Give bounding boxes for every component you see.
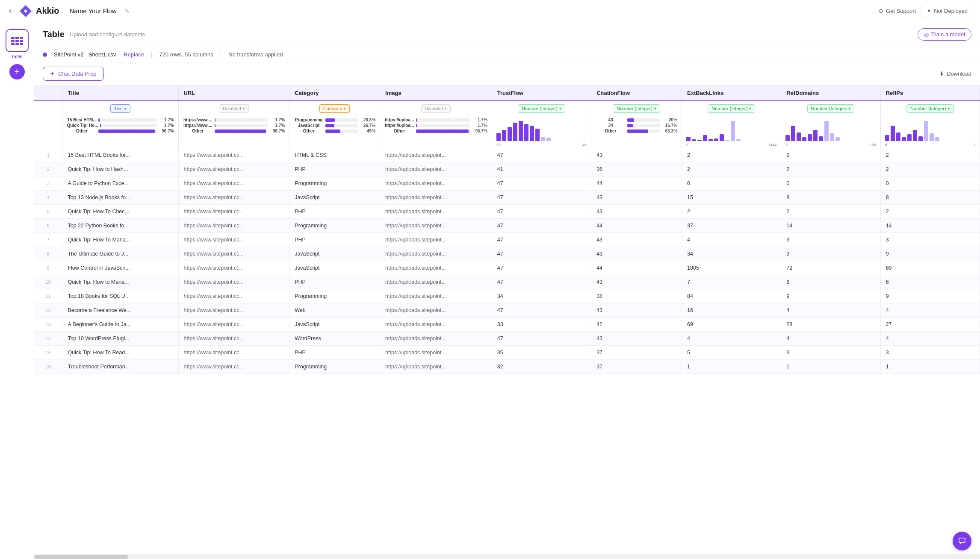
- col-header-url: URL: [178, 85, 289, 101]
- cell-refdomains: 4: [781, 303, 880, 318]
- cell-category: Web: [289, 303, 380, 318]
- table-row: 3 A Guide to Python Exce... https://www.…: [34, 177, 980, 191]
- cell-category: JavaScript: [289, 261, 380, 275]
- not-deployed-button[interactable]: ✦ Not Deployed: [921, 5, 973, 17]
- col-header-refdomains: RefDomains: [781, 85, 880, 101]
- sidebar-item-table[interactable]: Table: [6, 29, 29, 59]
- cell-refips: 9: [880, 247, 980, 261]
- type-badge-image[interactable]: Disabled ▾: [421, 104, 451, 113]
- cell-citationflow: 36: [591, 162, 682, 177]
- cell-extbacklinks: 4: [682, 332, 781, 346]
- content-header: Table Upload and configure datasets ◎ Tr…: [34, 22, 980, 47]
- cell-refdomains: 6: [781, 275, 880, 289]
- rows-cols: 720 rows, 55 columns: [159, 51, 213, 58]
- type-badge-title[interactable]: Text ▾: [110, 104, 130, 113]
- cell-image: https://uploads.sitepoint...: [380, 346, 492, 360]
- cell-title: The Ultimate Guide to J...: [62, 247, 178, 261]
- cell-refdomains: 9: [781, 247, 880, 261]
- type-badge-trustflow[interactable]: Number (Integer) ▾: [518, 104, 565, 113]
- cell-trustflow: 47: [492, 275, 591, 289]
- summary-row: 15 Best HTM...1.7% Quick Tip: Ho...1.7% …: [34, 115, 980, 148]
- data-table: Title URL Category Image TrustFlow Citat…: [34, 85, 980, 374]
- cell-citationflow: 37: [591, 360, 682, 374]
- row-number: 5: [34, 205, 62, 219]
- image-summary-chart: https://uploa...1.7% https://uploa...1.7…: [384, 118, 487, 148]
- cell-title: Quick Tip: How To Read...: [62, 346, 178, 360]
- row-number: 13: [34, 318, 62, 332]
- cell-extbacklinks: 69: [682, 318, 781, 332]
- cell-url: https://www.sitepoint.cc...: [178, 205, 289, 219]
- cell-url: https://www.sitepoint.cc...: [178, 191, 289, 205]
- cell-extbacklinks: 2: [682, 148, 781, 162]
- cell-url: https://www.sitepoint.cc...: [178, 247, 289, 261]
- cell-image: https://uploads.sitepoint...: [380, 191, 492, 205]
- add-block-button[interactable]: +: [9, 64, 25, 79]
- cell-category: JavaScript: [289, 191, 380, 205]
- back-button[interactable]: [7, 8, 14, 15]
- cell-citationflow: 44: [591, 177, 682, 191]
- cell-extbacklinks: 16: [682, 303, 781, 318]
- replace-link[interactable]: Replace: [124, 51, 144, 58]
- train-model-button[interactable]: ◎ Train a model: [918, 28, 971, 41]
- type-badge-category[interactable]: Category ▾: [319, 104, 350, 113]
- table-row: 1 15 Best HTML Books for... https://www.…: [34, 148, 980, 162]
- cell-trustflow: 47: [492, 247, 591, 261]
- category-summary-chart: Programming28.3% JavaScript26.7% Other45…: [294, 118, 375, 148]
- table-row: 15 Quick Tip: How To Read... https://www…: [34, 346, 980, 360]
- download-button[interactable]: ⬇ Download: [939, 71, 971, 77]
- cell-url: https://www.sitepoint.cc...: [178, 233, 289, 247]
- cell-title: A Guide to Python Exce...: [62, 177, 178, 191]
- logo-icon: [19, 4, 32, 18]
- cell-refdomains: 8: [781, 191, 880, 205]
- sparkle-icon: ✦: [50, 71, 55, 77]
- chat-data-prep-button[interactable]: ✦ Chat Data Prep: [43, 67, 104, 81]
- col-header-category: Category: [289, 85, 380, 101]
- type-badge-citationflow[interactable]: Number (Integer) ▾: [613, 104, 660, 113]
- logo-text: Akkio: [36, 6, 59, 16]
- cell-citationflow: 43: [591, 332, 682, 346]
- row-number: 14: [34, 332, 62, 346]
- cell-title: Top 22 Python Books fo...: [62, 219, 178, 233]
- cell-image: https://uploads.sitepoint...: [380, 177, 492, 191]
- row-number: 2: [34, 162, 62, 177]
- cell-trustflow: 47: [492, 332, 591, 346]
- cell-refdomains: 3: [781, 346, 880, 360]
- support-icon: ⊙: [879, 8, 883, 14]
- horizontal-scrollbar[interactable]: [34, 554, 980, 559]
- row-number: 16: [34, 360, 62, 374]
- cell-refdomains: 28: [781, 318, 880, 332]
- chat-bubble-button[interactable]: [953, 532, 971, 550]
- cell-extbacklinks: 7: [682, 275, 781, 289]
- row-number: 15: [34, 346, 62, 360]
- row-number: 8: [34, 247, 62, 261]
- cell-refips: 14: [880, 219, 980, 233]
- cell-trustflow: 47: [492, 233, 591, 247]
- type-badge-extbacklinks[interactable]: Number (Integer) ▾: [708, 104, 755, 113]
- edit-icon[interactable]: ✎: [124, 8, 130, 15]
- cell-refips: 3: [880, 233, 980, 247]
- cell-refips: 69: [880, 261, 980, 275]
- type-badge-refdomains[interactable]: Number (Integer) ▾: [807, 104, 855, 113]
- cell-trustflow: 47: [492, 219, 591, 233]
- cell-citationflow: 37: [591, 346, 682, 360]
- cell-extbacklinks: 34: [682, 247, 781, 261]
- table-row: 16 Troubleshoot Performan... https://www…: [34, 360, 980, 374]
- table-row: 10 Quick Tip: How to Mana... https://www…: [34, 275, 980, 289]
- cell-image: https://uploads.sitepoint...: [380, 162, 492, 177]
- cell-refips: 4: [880, 332, 980, 346]
- get-support-button[interactable]: ⊙ Get Support: [879, 8, 916, 14]
- type-badge-url[interactable]: Disabled ▾: [219, 104, 249, 113]
- cell-url: https://www.sitepoint.cc...: [178, 360, 289, 374]
- table-row: 2 Quick Tip: How to Hash... https://www.…: [34, 162, 980, 177]
- cell-refips: 2: [880, 148, 980, 162]
- scrollbar-thumb[interactable]: [34, 555, 128, 559]
- cell-url: https://www.sitepoint.cc...: [178, 346, 289, 360]
- row-number: 3: [34, 177, 62, 191]
- cell-refips: 2: [880, 162, 980, 177]
- table-container[interactable]: Title URL Category Image TrustFlow Citat…: [34, 85, 980, 554]
- cell-refips: 9: [880, 289, 980, 303]
- cell-refips: 2: [880, 205, 980, 219]
- type-badge-refips[interactable]: Number (Integer) ▾: [906, 104, 954, 113]
- cell-category: Programming: [289, 360, 380, 374]
- extbacklinks-bar-chart: 01444: [686, 119, 776, 147]
